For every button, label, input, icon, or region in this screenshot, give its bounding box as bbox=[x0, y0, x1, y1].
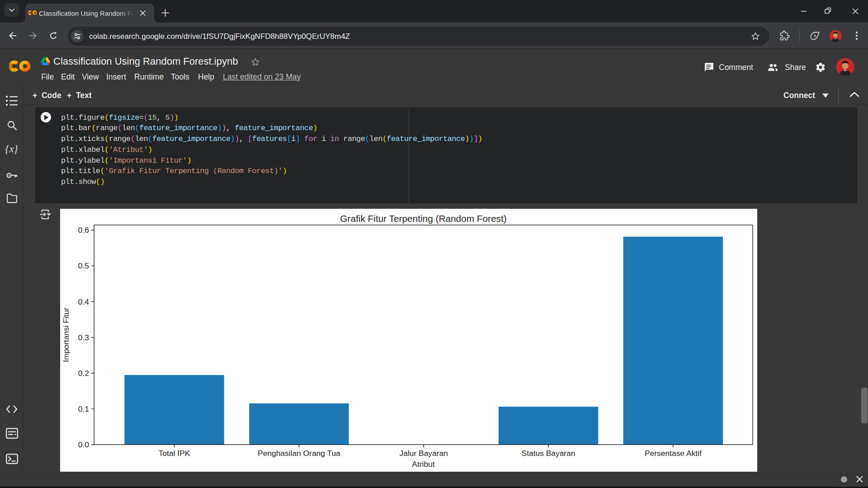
svg-text:0.1: 0.1 bbox=[78, 404, 89, 413]
svg-text:0.4: 0.4 bbox=[78, 297, 90, 306]
svg-text:0.5: 0.5 bbox=[78, 261, 89, 270]
svg-text:Total IPK: Total IPK bbox=[159, 449, 190, 458]
svg-text:Importansi Fitur: Importansi Fitur bbox=[61, 307, 71, 362]
svg-text:0.0: 0.0 bbox=[78, 440, 89, 449]
svg-text:0.2: 0.2 bbox=[78, 369, 89, 378]
svg-text:Grafik Fitur Terpenting (Rando: Grafik Fitur Terpenting (Random Forest) bbox=[340, 213, 506, 224]
svg-text:Jalur Bayaran: Jalur Bayaran bbox=[400, 449, 448, 458]
svg-text:0.6: 0.6 bbox=[78, 225, 89, 235]
svg-text:Penghasilan Orang Tua: Penghasilan Orang Tua bbox=[258, 449, 340, 458]
svg-text:Atribut: Atribut bbox=[412, 460, 434, 469]
svg-text:Persentase Aktif: Persentase Aktif bbox=[645, 449, 702, 458]
svg-text:0.3: 0.3 bbox=[78, 333, 89, 342]
svg-text:Status Bayaran: Status Bayaran bbox=[522, 449, 576, 458]
